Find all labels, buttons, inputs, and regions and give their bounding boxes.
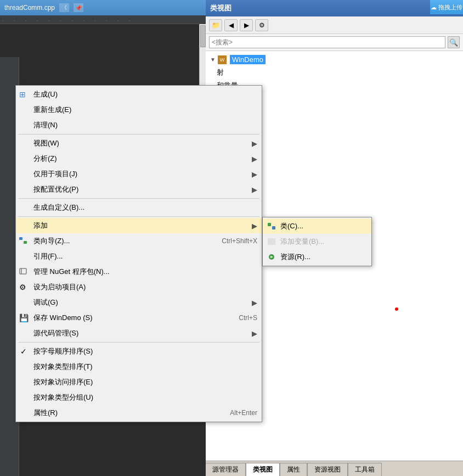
menu-build-custom-label: 生成自定义(B)... (33, 203, 257, 212)
tab-toolbox-label: 工具箱 (355, 465, 375, 474)
folder-icon: 📁 (212, 21, 220, 29)
menu-item-build-custom[interactable]: 生成自定义(B)... (16, 200, 262, 215)
menu-item-group-type[interactable]: 按对象类型分组(U) (16, 390, 262, 405)
menu-source-control-label: 源代码管理(S) (33, 328, 247, 338)
tab-source-manager[interactable]: 源管理器 (205, 463, 246, 476)
cloud-icon: ☁ (431, 4, 437, 11)
cloud-upload-btn[interactable]: ☁ 拖拽上传 (430, 0, 463, 14)
tab-toolbox[interactable]: 工具箱 (348, 463, 382, 476)
menu-item-rebuild[interactable]: 重新生成(E) (16, 102, 262, 117)
tree-root-item[interactable]: ▼ W WinDemo (206, 53, 463, 66)
menu-item-properties[interactable]: 属性(R) Alt+Enter (16, 405, 262, 421)
menu-item-profile-optimize[interactable]: 按配置优化(P) ▶ (16, 182, 262, 197)
context-menu: ⊞ 生成(U) 重新生成(E) 清理(N) 视图(W) ▶ 分析(Z) ▶ 仅用… (15, 85, 262, 422)
arrow-icon-view: ▶ (252, 139, 257, 148)
toolbar-back[interactable]: ◀ (224, 19, 238, 31)
svg-rect-2 (268, 238, 275, 245)
search-input[interactable] (209, 36, 445, 48)
menu-properties-shortcut: Alt+Enter (230, 409, 257, 417)
tree-item-label-0: 射 (217, 68, 224, 77)
menu-view-label: 视图(W) (33, 138, 247, 148)
tab-properties[interactable]: 属性 (280, 463, 307, 476)
search-icon: 🔍 (449, 38, 458, 47)
tab-class-view-label: 类视图 (253, 465, 273, 474)
save-icon: 💾 (19, 313, 29, 322)
menu-item-set-startup[interactable]: ⚙ 设为启动项目(A) (16, 279, 262, 295)
menu-properties-label: 属性(R) (33, 408, 219, 418)
tree-root-label[interactable]: WinDemo (230, 55, 266, 64)
menu-analyze-label: 分析(Z) (33, 154, 247, 164)
search-button[interactable]: 🔍 (448, 36, 460, 48)
menu-debug-label: 调试(G) (33, 298, 247, 307)
tree-arrow-icon: ▼ (210, 57, 216, 63)
svg-rect-6 (24, 241, 27, 244)
nuget-icon (19, 267, 27, 276)
tab-resource-view[interactable]: 资源视图 (307, 463, 348, 476)
menu-item-sort-access[interactable]: 按对象访问排序(E) (16, 374, 262, 390)
menu-save-label: 保存 WinDemo (S) (33, 313, 228, 323)
separator-1 (18, 134, 259, 135)
menu-item-sort-type[interactable]: 按对象类型排序(T) (16, 359, 262, 374)
menu-sort-access-label: 按对象访问排序(E) (33, 377, 257, 387)
menu-item-reference[interactable]: 引用(F)... (16, 249, 262, 264)
toolbar-settings[interactable]: ⚙ (255, 19, 268, 31)
menu-item-sort-alpha[interactable]: ✓ 按字母顺序排序(S) (16, 344, 262, 359)
arrow-icon-debug: ▶ (252, 299, 257, 307)
editor-titlebar: threadComm.cpp 《 📌 (0, 0, 206, 15)
tab-source-manager-label: 源管理器 (212, 465, 239, 474)
menu-item-view[interactable]: 视图(W) ▶ (16, 136, 262, 151)
menu-item-class-wizard[interactable]: 类向导(Z)... Ctrl+Shift+X (16, 233, 262, 249)
menu-set-startup-label: 设为启动项目(A) (33, 282, 257, 292)
arrow-icon-add: ▶ (252, 222, 257, 230)
right-panel-title: 类视图 (210, 3, 232, 13)
editor-title: threadComm.cpp (4, 4, 55, 12)
submenu-add-resource[interactable]: 资源(R)... (263, 249, 371, 265)
toolbar-forward[interactable]: ▶ (240, 19, 253, 31)
red-dot-indicator (395, 307, 398, 311)
tab-resource-view-label: 资源视图 (314, 465, 341, 474)
scroll-thumb[interactable] (200, 25, 206, 47)
editor-back-btn[interactable]: 《 (59, 3, 69, 12)
menu-reference-label: 引用(F)... (33, 251, 257, 261)
windemo-tree-icon: W (218, 55, 227, 64)
menu-item-save[interactable]: 💾 保存 WinDemo (S) Ctrl+S (16, 310, 262, 326)
menu-item-source-control[interactable]: 源代码管理(S) ▶ (16, 326, 262, 341)
cloud-btn-label: 拖拽上传 (438, 3, 462, 12)
menu-item-clean[interactable]: 清理(N) (16, 117, 262, 133)
submenu-add-variable-label: 添加变量(B)... (280, 237, 324, 247)
menu-item-debug[interactable]: 调试(G) ▶ (16, 295, 262, 310)
search-bar: 🔍 (206, 34, 463, 51)
menu-sort-type-label: 按对象类型排序(T) (33, 362, 257, 372)
build-icon: ⊞ (19, 90, 26, 99)
arrow-icon-project-only: ▶ (252, 170, 257, 178)
separator-4 (18, 342, 259, 343)
back-btn[interactable]: 📁 (209, 19, 222, 31)
tree-item-0[interactable]: 射 (206, 66, 463, 79)
menu-build-label: 生成(U) (33, 89, 257, 99)
menu-add-label: 添加 (33, 221, 247, 231)
editor-pin-btn[interactable]: 📌 (74, 3, 83, 12)
add-submenu: 类(C)... 添加变量(B)... 资源(R (262, 217, 372, 266)
menu-group-type-label: 按对象类型分组(U) (33, 393, 257, 402)
submenu-add-class-label: 类(C)... (280, 221, 303, 231)
submenu-add-resource-label: 资源(R)... (280, 252, 310, 262)
tab-class-view[interactable]: 类视图 (246, 463, 280, 476)
arrow-left-icon: ◀ (229, 21, 234, 29)
svg-rect-5 (19, 237, 22, 240)
menu-clean-label: 清理(N) (33, 120, 257, 130)
menu-item-analyze[interactable]: 分析(Z) ▶ (16, 151, 262, 166)
menu-item-project-only[interactable]: 仅用于项目(J) ▶ (16, 166, 262, 182)
menu-class-wizard-shortcut: Ctrl+Shift+X (222, 237, 257, 245)
startup-gear-icon: ⚙ (19, 283, 26, 292)
arrow-icon-profile: ▶ (252, 186, 257, 194)
menu-item-build[interactable]: ⊞ 生成(U) (16, 87, 262, 102)
submenu-add-class[interactable]: 类(C)... (263, 219, 371, 234)
menu-item-add[interactable]: 添加 ▶ 类(C)... 添加变 (16, 218, 262, 233)
menu-nuget-label: 管理 NuGet 程序包(N)... (33, 267, 257, 277)
class-icon (266, 222, 277, 231)
separator-3 (18, 216, 259, 217)
submenu-add-variable[interactable]: 添加变量(B)... (263, 234, 371, 249)
menu-item-nuget[interactable]: 管理 NuGet 程序包(N)... (16, 264, 262, 279)
svg-rect-1 (272, 226, 275, 229)
editor-ruler: . . . . . . . . . . . . (0, 15, 206, 24)
